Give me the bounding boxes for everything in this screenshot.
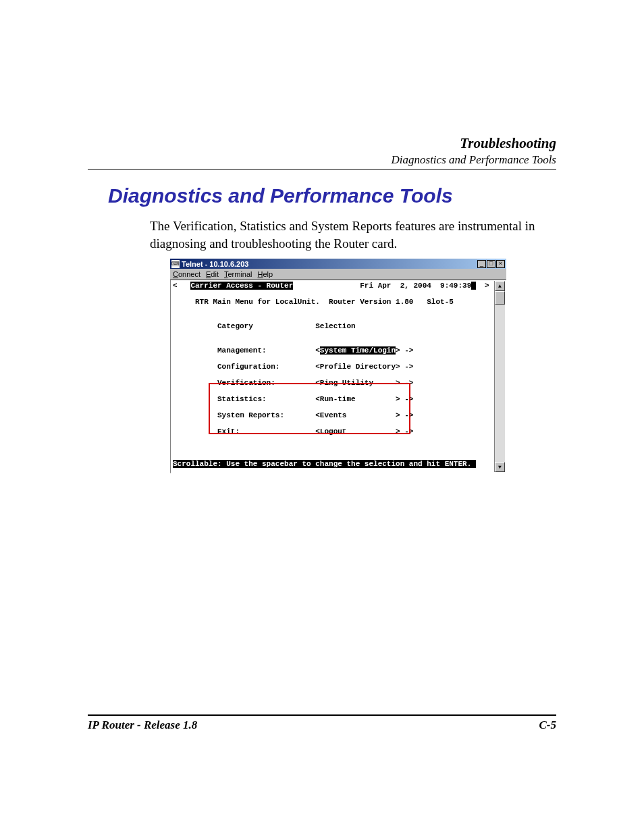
window-title: Telnet - 10.10.6.203 <box>182 260 248 268</box>
menubar: Connect Edit Terminal Help <box>170 269 506 280</box>
close-button[interactable]: × <box>496 260 505 268</box>
minimize-button[interactable]: _ <box>477 260 486 268</box>
app-icon: ⌨ <box>171 260 180 268</box>
scroll-up-button[interactable]: ▲ <box>495 281 505 291</box>
window-buttons: _ □ × <box>477 260 505 268</box>
document-page: Troubleshooting Diagnostics and Performa… <box>0 0 644 834</box>
scroll-thumb[interactable] <box>495 291 505 305</box>
header-subtitle: Diagnostics and Performance Tools <box>392 153 556 167</box>
menu-help[interactable]: Help <box>258 270 273 278</box>
footer-right: C-5 <box>539 719 557 732</box>
header-title: Troubleshooting <box>392 135 556 152</box>
menu-connect[interactable]: Connect <box>173 270 200 278</box>
page-header: Troubleshooting Diagnostics and Performa… <box>392 135 556 167</box>
telnet-screenshot: ⌨ Telnet - 10.10.6.203 _ □ × Connect Edi… <box>170 259 506 473</box>
terminal-content: < Carrier Access - Router Fri Apr 2, 200… <box>171 281 495 472</box>
scroll-down-button[interactable]: ▼ <box>495 462 505 472</box>
body-paragraph: The Verification, Statistics and System … <box>150 217 556 252</box>
window-titlebar: ⌨ Telnet - 10.10.6.203 _ □ × <box>170 259 506 269</box>
footer-rule <box>88 714 556 716</box>
header-rule <box>88 169 556 170</box>
vertical-scrollbar[interactable]: ▲ ▼ <box>494 281 505 472</box>
section-title: Diagnostics and Performance Tools <box>108 184 453 207</box>
menu-edit[interactable]: Edit <box>206 270 219 278</box>
page-footer: IP Router - Release 1.8 C-5 <box>88 719 556 732</box>
footer-left: IP Router - Release 1.8 <box>88 719 197 732</box>
maximize-button[interactable]: □ <box>487 260 495 268</box>
terminal-area: < Carrier Access - Router Fri Apr 2, 200… <box>170 280 506 473</box>
menu-terminal[interactable]: Terminal <box>224 270 252 278</box>
